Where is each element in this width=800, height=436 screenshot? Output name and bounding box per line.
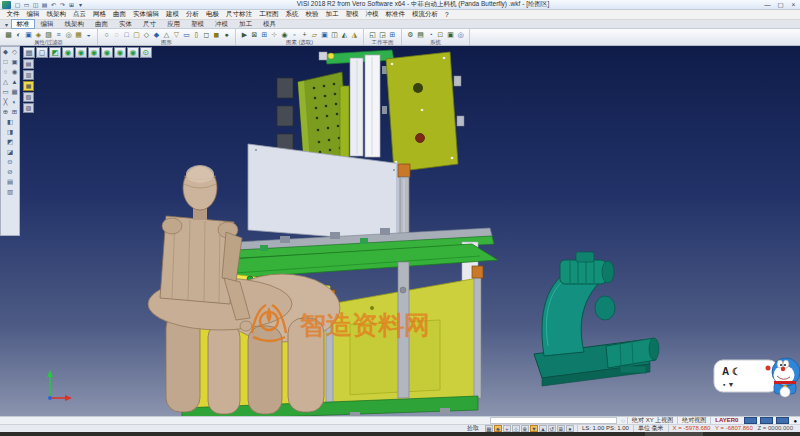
- cross-icon[interactable]: +: [300, 30, 309, 39]
- menu-item[interactable]: 分析: [183, 10, 203, 19]
- view-grid-button[interactable]: ▦: [23, 47, 35, 58]
- robot-model[interactable]: [534, 252, 659, 386]
- rect-tool-icon[interactable]: ▭: [1, 87, 10, 97]
- snap-dot-icon[interactable]: ●: [566, 425, 574, 432]
- square-icon[interactable]: ◻: [202, 30, 211, 39]
- undo-icon[interactable]: ↶: [49, 1, 58, 9]
- toolbar-tab[interactable]: 标准: [11, 19, 35, 29]
- tri-tool-icon[interactable]: △: [1, 77, 10, 87]
- add-point-icon[interactable]: ⊕: [1, 107, 10, 117]
- toolbar-tab[interactable]: 编辑: [35, 19, 59, 29]
- menu-item[interactable]: 线架构: [43, 10, 70, 19]
- menu-item[interactable]: 系统: [282, 10, 302, 19]
- menu-item[interactable]: 工程图: [256, 10, 283, 19]
- units-label[interactable]: 单位 毫米: [633, 425, 668, 432]
- qat-more-icon[interactable]: ▾: [76, 1, 85, 9]
- close-button[interactable]: ×: [787, 0, 800, 9]
- region-icon[interactable]: ▣: [320, 30, 329, 39]
- menu-item[interactable]: 加工: [322, 10, 342, 19]
- open-file-icon[interactable]: ▭: [22, 1, 31, 9]
- erase-icon[interactable]: ╳: [1, 97, 10, 107]
- view-back-button[interactable]: ◉: [75, 47, 87, 58]
- bar-icon[interactable]: ▯: [192, 30, 201, 39]
- menu-item[interactable]: 建模: [163, 10, 183, 19]
- menu-item[interactable]: 编辑: [23, 10, 43, 19]
- menu-item[interactable]: 标准件: [382, 10, 409, 19]
- snap-point-icon[interactable]: ⊹: [512, 425, 520, 432]
- half-right-icon[interactable]: ◨: [6, 127, 15, 137]
- circle-tool-icon[interactable]: ○: [1, 67, 10, 77]
- view-top-button[interactable]: ◉: [114, 47, 126, 58]
- hatch-icon[interactable]: ▨: [44, 30, 53, 39]
- view-right-button[interactable]: ◉: [101, 47, 113, 58]
- half-left-icon[interactable]: ◧: [6, 117, 15, 127]
- workplane-view-icon[interactable]: ◲: [378, 30, 387, 39]
- toolbar-tab[interactable]: 曲面: [90, 19, 114, 29]
- workplane-indicator[interactable]: 绝对 XY 上视图: [627, 417, 677, 424]
- half-shade-icon[interactable]: ◐: [10, 97, 19, 107]
- menu-item[interactable]: 网格: [90, 10, 110, 19]
- menu-item[interactable]: 塑模: [342, 10, 362, 19]
- triangle-down-icon[interactable]: ▽: [172, 30, 181, 39]
- view-left-button[interactable]: ◉: [88, 47, 100, 58]
- slot-icon[interactable]: ▭: [182, 30, 191, 39]
- color-icon[interactable]: ◐: [14, 30, 23, 39]
- grid-add-icon[interactable]: ⊞: [10, 107, 19, 117]
- shade-filter-icon[interactable]: ◒: [84, 30, 93, 39]
- filter-icon[interactable]: ◎: [64, 30, 73, 39]
- layer-color-swatch-2[interactable]: [760, 417, 773, 424]
- view-iso-button[interactable]: ◉: [127, 47, 139, 58]
- menu-item[interactable]: 电极: [203, 10, 223, 19]
- half-up-icon[interactable]: ◭: [340, 30, 349, 39]
- side-list-button[interactable]: ▥: [23, 70, 34, 80]
- new-file-icon[interactable]: ▢: [13, 1, 22, 9]
- solid-tri-icon[interactable]: ▲: [10, 77, 19, 87]
- triangle-icon[interactable]: △: [162, 30, 171, 39]
- menu-item[interactable]: ?: [442, 11, 453, 18]
- snap-entity-icon[interactable]: ◈: [494, 425, 502, 432]
- view-plain-button[interactable]: ◻: [36, 47, 48, 58]
- rows-icon[interactable]: ▤: [6, 177, 15, 187]
- layer-indicator[interactable]: LAYER0: [710, 417, 742, 424]
- menu-item[interactable]: 实体编辑: [130, 10, 163, 19]
- wire-icon[interactable]: ◇: [10, 47, 19, 57]
- layer-icon[interactable]: ▣: [24, 30, 33, 39]
- snap-cross-icon[interactable]: +: [503, 425, 511, 432]
- attribute-icon[interactable]: ▩: [4, 30, 13, 39]
- center-icon[interactable]: ⊙: [6, 157, 15, 167]
- plane-icon[interactable]: ▣: [10, 57, 19, 67]
- maximize-button[interactable]: ▢: [774, 0, 787, 9]
- corner-br-icon[interactable]: ◪: [6, 147, 15, 157]
- view-rotate-button[interactable]: ⊙: [140, 47, 152, 58]
- menu-item[interactable]: 曲面: [110, 10, 130, 19]
- point-tool-icon[interactable]: ◉: [10, 67, 19, 77]
- snap-center-icon[interactable]: ⊕: [521, 425, 529, 432]
- delete-icon[interactable]: ⊠: [250, 30, 259, 39]
- snap-point-icon[interactable]: ⊹: [270, 30, 279, 39]
- view-front-button[interactable]: ◉: [62, 47, 74, 58]
- workplane-grid-icon[interactable]: ⊞: [388, 30, 397, 39]
- layer-color-swatch-3[interactable]: [776, 417, 789, 424]
- half-down-icon[interactable]: ◮: [350, 30, 359, 39]
- clock-icon[interactable]: ◔: [426, 30, 435, 39]
- snap-down-icon[interactable]: ▼: [530, 425, 538, 432]
- side-shade-button[interactable]: ▨: [23, 103, 34, 113]
- diamond-icon[interactable]: ◇: [142, 30, 151, 39]
- redo-icon[interactable]: ↷: [58, 1, 67, 9]
- screen-icon[interactable]: ▣: [446, 30, 455, 39]
- menu-item[interactable]: 冲模: [362, 10, 382, 19]
- toolbar-tab[interactable]: 冲模: [210, 19, 234, 29]
- database-icon[interactable]: ⊡: [436, 30, 445, 39]
- split-icon[interactable]: ◫: [330, 30, 339, 39]
- grid-filter-icon[interactable]: ▦: [74, 30, 83, 39]
- toolbar-tab[interactable]: 塑模: [186, 19, 210, 29]
- minimize-button[interactable]: —: [761, 0, 774, 9]
- side-grid-button[interactable]: ▦: [23, 81, 34, 91]
- linetype-icon[interactable]: ≡: [54, 30, 63, 39]
- target-icon[interactable]: ◎: [456, 30, 465, 39]
- save-icon[interactable]: ◫: [31, 1, 40, 9]
- small-box-icon[interactable]: ▫: [290, 30, 299, 39]
- list-icon[interactable]: ▤: [416, 30, 425, 39]
- toolbar-tab[interactable]: 尺寸: [138, 19, 162, 29]
- mesh-icon[interactable]: ▦: [10, 87, 19, 97]
